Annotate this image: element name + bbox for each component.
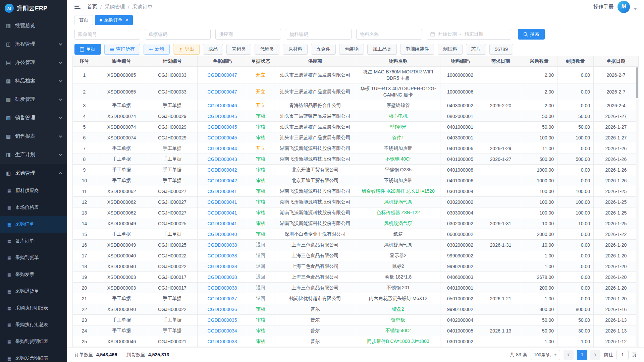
sidebar-subitem[interactable]: ▦采购执行汇总表 [0,316,67,333]
track-no-cell: 手工单据 [96,154,147,165]
doc-code-link[interactable]: CGDD000044 [208,146,237,151]
category-filter-button[interactable]: 加工品类 [367,44,397,55]
doc-code-link[interactable]: CGDD000042 [208,178,237,183]
breadcrumb-item[interactable]: 首页 [87,4,97,10]
sidebar-subitem[interactable]: ▦采购发票明细表 [0,350,67,362]
doc-code-link[interactable]: CGDD000041 [208,210,237,216]
category-filter-button[interactable]: 测试料 [438,44,463,55]
category-filter-button[interactable]: 56789 [489,44,513,55]
sidebar-subitem[interactable]: ▦采购退货单 [0,283,67,300]
doc-code-link[interactable]: CGDD000047 [208,89,237,95]
purchase-qty-cell: 100.00 [521,207,557,218]
add-button[interactable]: 新增 [144,44,170,55]
sidebar-item-production[interactable]: ◨生产计划 [0,145,67,164]
chevron-down-icon[interactable] [634,8,637,10]
sidebar-subitem[interactable]: ▦采购订单 [0,216,67,233]
sidebar-subitem[interactable]: ▦市场价格表 [0,199,67,216]
query-all-button[interactable]: 查询所有 [104,44,140,55]
category-filter-button[interactable]: 芯片 [466,44,486,55]
scrollbar-thumb[interactable] [636,67,638,98]
user-avatar[interactable]: M [618,1,630,13]
close-tab-icon[interactable]: × [125,17,128,23]
doc-code-link[interactable]: CGDD000041 [208,221,237,226]
search-button[interactable]: 搜索 [518,29,545,40]
sidebar-item-office[interactable]: ▤办公管理 [0,53,67,72]
sidebar-item-sales[interactable]: ▨销售管理 [0,109,67,127]
doc-code-link[interactable]: CGDD000045 [208,114,237,119]
doc-code-cell: CGDD000046 [198,100,247,111]
doc-code-link[interactable]: CGDD000038 [208,285,237,291]
category-filter-button[interactable]: 五金件 [311,44,336,55]
doc-code-link[interactable]: CGDD000045 [208,135,237,140]
goto-page-input[interactable] [616,350,629,360]
doc-date-cell: 2026-1-20 [594,283,639,293]
sidebar-subitem[interactable]: ▦采购发票 [0,266,67,283]
doc-code-link[interactable]: CGDD000036 [208,307,237,312]
doc-code-link[interactable]: CGDD000041 [208,189,237,194]
pagination-next-button[interactable] [590,350,600,360]
breadcrumb-item[interactable]: 采购管理 [105,4,125,10]
category-filter-button[interactable]: 成品 [203,44,223,55]
sidebar-item-materials[interactable]: ▦料品档案 [0,72,67,90]
calendar-icon [430,32,435,37]
track-no-cell: 手工单据 [96,325,147,336]
pagination-page-button[interactable]: 1 [577,350,587,360]
filter-input[interactable] [74,29,140,40]
doc-code-link[interactable]: CGDD000034 [208,328,237,334]
collapse-menu-icon[interactable] [74,5,80,9]
table-row: 13XSDD000062CGJH000027CGDD000041审核湖南飞沃新能… [73,207,639,218]
material-code-cell: 0406000003 [440,272,480,283]
need-date-cell [480,207,521,218]
manual-link[interactable]: 操作手册 [593,4,613,10]
filter-input[interactable] [356,29,422,40]
doc-button[interactable]: 单据 [74,44,101,55]
page-size-select[interactable]: 100条/页 [531,350,560,360]
sidebar-subitem[interactable]: ▦原料供应商 [0,182,67,199]
doc-code-link[interactable]: CGDD000042 [208,167,237,173]
sidebar-subitem[interactable]: ▦采购到货明细表 [0,333,67,350]
doc-code-link[interactable]: CGDD000047 [208,72,237,78]
chevron-down-icon [59,60,62,64]
row-index-cell: 23 [73,315,96,325]
doc-code-link[interactable]: CGDD000040 [208,232,237,237]
doc-code-link[interactable]: CGDD000041 [208,199,237,205]
category-filter-button[interactable]: 直销类 [226,44,251,55]
category-filter-button[interactable]: 原材料 [283,44,308,55]
doc-code-link[interactable]: CGDD000038 [208,253,237,258]
export-button[interactable]: 导出 [173,44,200,55]
doc-code-link[interactable]: CGDD000038 [208,264,237,269]
breadcrumb-item[interactable]: 采购订单 [132,4,152,10]
doc-code-link[interactable]: CGDD000045 [208,124,237,130]
pagination-prev-button[interactable] [564,350,574,360]
supplier-cell: 鹤岗比优特超市有限公司 [274,293,356,304]
doc-code-link[interactable]: CGDD000038 [208,242,237,248]
category-filter-button[interactable]: 电脑组装件 [400,44,434,55]
doc-code-link[interactable]: CGDD000038 [208,275,237,280]
doc-code-link[interactable]: CGDD000033 [208,339,237,344]
sidebar-subitem[interactable]: ▦采购到货单 [0,249,67,266]
sidebar-item-sales-report[interactable]: ▩销售报表 [0,127,67,145]
category-filter-button[interactable]: 代销类 [255,44,279,55]
sidebar-item-workflow[interactable]: ◫流程管理 [0,35,67,53]
doc-code-link[interactable]: CGDD000037 [208,296,237,301]
doc-code-link[interactable]: CGDD000046 [208,103,237,108]
need-date-cell [480,229,521,240]
vertical-scrollbar[interactable] [636,67,639,347]
doc-code-link[interactable]: CGDD000035 [208,317,237,323]
tab-purchase-orders[interactable]: 采购订单× [95,15,133,25]
filter-input[interactable] [286,29,352,40]
sidebar-item-dashboard[interactable]: ▥经营总览 [0,16,67,35]
sidebar-subitem-label: 备库订单 [15,238,34,244]
chevron-right-icon [593,353,597,357]
sidebar-subitem[interactable]: ▦采购执行明细表 [0,300,67,316]
filter-input[interactable] [145,29,211,40]
tab-home[interactable]: 首页 [74,15,93,25]
date-range-picker[interactable]: 开始日期-结束日期 [427,29,511,40]
sidebar-item-purchase[interactable]: ◧采购管理 [0,164,67,182]
material-code-cell: 0402000004 [440,315,480,325]
sidebar-item-research[interactable]: ▧研发管理 [0,90,67,109]
category-filter-button[interactable]: 包装物 [339,44,364,55]
filter-input[interactable] [215,29,281,40]
sidebar-subitem[interactable]: ▦备库订单 [0,233,67,249]
doc-code-link[interactable]: CGDD000043 [208,157,237,162]
